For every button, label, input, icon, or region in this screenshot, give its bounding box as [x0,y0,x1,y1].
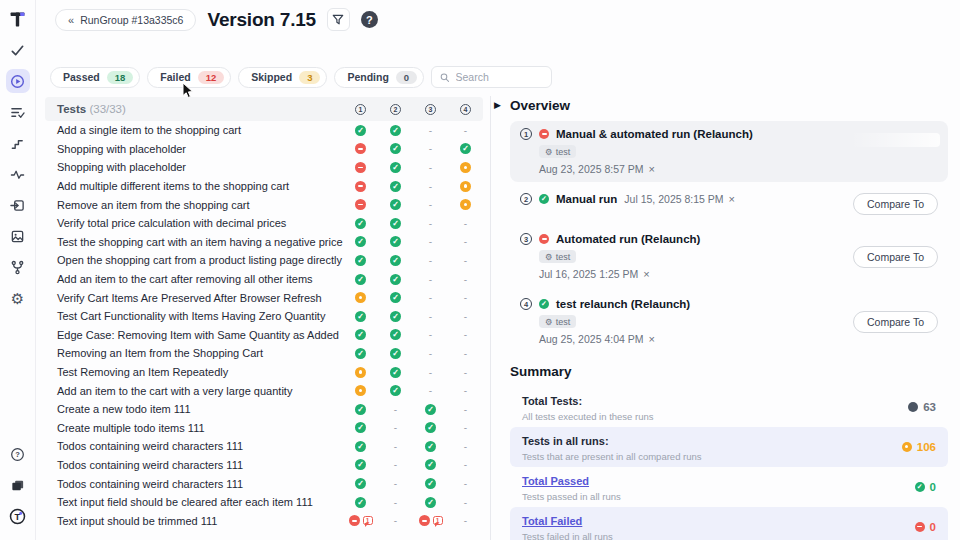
test-name[interactable]: Text input should be trimmed 111 [45,515,343,527]
filter-chip-pending[interactable]: Pending0 [334,67,424,88]
status-cell[interactable]: - [448,478,483,489]
settings-gear-icon[interactable]: ⚙ [6,286,30,310]
help-circle-icon[interactable]: ? [6,442,30,466]
filter-chip-failed[interactable]: Failed12 [147,67,231,88]
status-cell[interactable]: - [413,143,448,154]
compare-to-button[interactable]: Compare To [853,246,938,268]
status-cell[interactable]: - [448,274,483,285]
status-cell[interactable]: ✓ [378,329,413,340]
status-cell[interactable]: ✓ [413,497,448,508]
run-title[interactable]: Automated run (Relaunch) [556,233,700,245]
status-cell[interactable]: ✓ [378,385,413,396]
remove-run-icon[interactable]: × [643,268,649,280]
status-cell[interactable]: ✓ [378,367,413,378]
status-cell[interactable]: ✓ [343,218,378,229]
test-name[interactable]: Test Removing an Item Repeatedly [45,366,343,378]
run-title[interactable]: test relaunch (Relaunch) [556,298,690,310]
status-cell[interactable]: - [448,404,483,415]
compare-to-button[interactable]: Compare To [853,311,938,333]
test-name[interactable]: Test Cart Functionality with Items Havin… [45,310,343,322]
status-cell[interactable]: - [413,125,448,136]
status-cell[interactable]: ✓ [343,422,378,433]
status-cell[interactable]: ✓ [343,478,378,489]
status-cell[interactable]: ✓ [413,441,448,452]
status-cell[interactable]: ✓ [378,143,413,154]
status-cell[interactable]: - [378,459,413,470]
status-cell[interactable]: - [413,367,448,378]
runs-play-icon[interactable] [6,69,30,93]
status-cell[interactable]: - [378,404,413,415]
status-cell[interactable]: ✓ [378,181,413,192]
status-cell[interactable]: ✓ [378,348,413,359]
status-cell[interactable]: - [448,367,483,378]
status-cell[interactable]: ✓ [378,274,413,285]
status-cell[interactable]: - [378,422,413,433]
status-cell[interactable]: ✓ [343,497,378,508]
status-cell[interactable]: ✓ [378,199,413,210]
test-name[interactable]: Create multiple todo items 111 [45,422,343,434]
media-image-icon[interactable] [6,224,30,248]
status-cell[interactable]: ✓ [378,255,413,266]
run-title[interactable]: Manual & automated run (Relaunch) [556,128,753,140]
test-name[interactable]: Todos containing weird characters 111 [45,478,343,490]
test-name[interactable]: Todos containing weird characters 111 [45,440,343,452]
status-cell[interactable]: - [448,497,483,508]
test-name[interactable]: Add multiple different items to the shop… [45,180,343,192]
status-cell[interactable] [343,162,378,173]
test-name[interactable]: Todos containing weird characters 111 [45,459,343,471]
status-cell[interactable]: - [448,329,483,340]
test-name[interactable]: Test the shopping cart with an item havi… [45,236,343,248]
run-column-header[interactable]: 2 [378,104,413,115]
status-cell[interactable]: 1 [343,515,378,526]
status-cell[interactable]: ✓ [378,236,413,247]
status-cell[interactable]: - [413,236,448,247]
rungroup-back-button[interactable]: « RunGroup #13a335c6 [55,9,196,31]
status-cell[interactable]: ✓ [343,274,378,285]
test-name[interactable]: Shopping with placeholder [45,161,343,173]
test-name[interactable]: Verify total price calculation with deci… [45,217,343,229]
status-cell[interactable]: ✓ [378,125,413,136]
filter-chip-skipped[interactable]: Skipped3 [238,67,327,88]
tests-check-icon[interactable] [6,38,30,62]
test-name[interactable]: Open the shopping cart from a product li… [45,254,343,266]
summary-label[interactable]: Total Failed [522,515,582,527]
status-cell[interactable]: - [448,348,483,359]
search-input[interactable] [456,71,544,83]
test-name[interactable]: Verify Cart Items Are Preserved After Br… [45,292,343,304]
status-cell[interactable]: - [413,311,448,322]
status-cell[interactable]: - [448,422,483,433]
status-cell[interactable]: - [378,515,413,526]
status-cell[interactable]: ✓ [378,311,413,322]
summary-label[interactable]: Total Passed [522,475,589,487]
test-name[interactable]: Shopping with placeholder [45,143,343,155]
filter-chip-passed[interactable]: Passed18 [50,67,140,88]
run-column-header[interactable]: 4 [448,104,483,115]
import-icon[interactable] [6,193,30,217]
status-cell[interactable]: ✓ [343,329,378,340]
status-cell[interactable]: ✓ [413,422,448,433]
status-cell[interactable] [343,143,378,154]
remove-run-icon[interactable]: × [649,163,655,175]
status-cell[interactable]: ✓ [378,162,413,173]
status-cell[interactable]: - [378,441,413,452]
status-cell[interactable]: - [413,162,448,173]
status-cell[interactable] [343,367,378,378]
status-cell[interactable]: - [448,125,483,136]
compare-to-button[interactable]: Compare To [853,193,938,215]
status-cell[interactable]: - [448,292,483,303]
status-cell[interactable]: ✓ [413,404,448,415]
test-name[interactable]: Edge Case: Removing Item with Same Quant… [45,329,343,341]
status-cell[interactable]: - [448,255,483,266]
test-name[interactable]: Text input field should be cleared after… [45,496,343,508]
test-name[interactable]: Add an item to the cart with a very larg… [45,385,343,397]
status-cell[interactable]: - [448,236,483,247]
status-cell[interactable]: - [413,255,448,266]
status-cell[interactable]: - [378,478,413,489]
status-cell[interactable]: - [413,385,448,396]
remove-run-icon[interactable]: × [649,333,655,345]
test-name[interactable]: Remove an item from the shopping cart [45,199,343,211]
status-cell[interactable]: - [413,199,448,210]
status-cell[interactable]: - [413,218,448,229]
test-name[interactable]: Add an item to the cart after removing a… [45,273,343,285]
status-cell[interactable] [343,385,378,396]
